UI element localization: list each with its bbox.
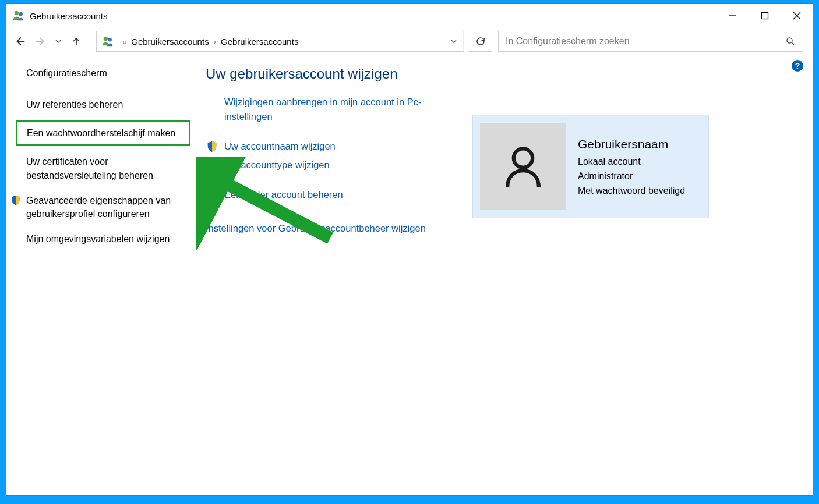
up-button[interactable]	[70, 36, 82, 47]
account-role: Administrator	[578, 169, 685, 184]
shield-icon	[206, 189, 218, 201]
account-card: Gebruikersnaam Lokaal account Administra…	[472, 115, 709, 218]
link-label: Instellingen voor Gebruikersaccountbehee…	[206, 223, 426, 233]
shield-icon	[206, 159, 218, 172]
location-icon	[101, 35, 114, 48]
minimize-button[interactable]	[716, 4, 749, 27]
account-info: Gebruikersnaam Lokaal account Administra…	[578, 135, 685, 198]
sidebar-item-certificates[interactable]: Uw certificaten voor bestandsversleuteli…	[26, 152, 187, 184]
sidebar-home-link[interactable]: Configuratiescherm	[26, 66, 187, 81]
chevron-right-icon: ›	[210, 37, 220, 46]
close-button[interactable]	[781, 4, 813, 27]
shield-icon	[206, 207, 218, 219]
address-dropdown-button[interactable]	[444, 31, 464, 51]
window-title: Gebruikersaccounts	[30, 11, 107, 21]
breadcrumb-item-1[interactable]: Gebruikersaccounts	[220, 37, 299, 47]
svg-point-0	[15, 11, 19, 15]
avatar	[480, 123, 566, 210]
svg-point-1	[19, 12, 22, 16]
svg-point-5	[787, 38, 792, 43]
refresh-button[interactable]	[469, 31, 492, 52]
sidebar-item-password-reset-disk[interactable]: Een wachtwoordherstelschijf maken	[16, 120, 190, 146]
breadcrumb-prefix: «	[119, 37, 130, 46]
svg-point-3	[104, 37, 108, 41]
search-icon[interactable]	[785, 36, 796, 47]
account-password-status: Met wachtwoord beveiligd	[578, 184, 685, 198]
sidebar-item-env-vars[interactable]: Mijn omgevingsvariabelen wijzigen	[26, 229, 187, 249]
shield-icon	[206, 140, 218, 153]
link-label: Een ander account beheren	[224, 189, 343, 200]
help-badge[interactable]: ?	[792, 60, 803, 72]
link-uac-settings[interactable]: Instellingen voor Gebruikersaccountbehee…	[206, 207, 450, 236]
link-change-account-type[interactable]: Uw accounttype wijzigen	[206, 158, 450, 172]
sidebar-item-advanced-profile[interactable]: Geavanceerde eigenschappen van gebruiker…	[26, 191, 187, 223]
link-label: Uw accountnaam wijzigen	[224, 141, 336, 151]
breadcrumb-item-0[interactable]: Gebruikersaccounts	[130, 37, 210, 47]
link-pc-settings[interactable]: Wijzigingen aanbrengen in mijn account i…	[206, 95, 450, 124]
address-bar[interactable]: « Gebruikersaccounts › Gebruikersaccount…	[96, 31, 464, 52]
link-label: Uw accounttype wijzigen	[224, 159, 330, 170]
sidebar-item-credentials[interactable]: Uw referenties beheren	[26, 95, 187, 114]
account-name: Gebruikersnaam	[578, 135, 685, 154]
user-accounts-icon	[12, 9, 25, 22]
search-input[interactable]	[504, 36, 785, 47]
svg-point-4	[108, 38, 111, 41]
forward-button[interactable]	[34, 35, 47, 48]
sidebar: Configuratiescherm Uw referenties behere…	[6, 55, 192, 495]
navigation-bar: « Gebruikersaccounts › Gebruikersaccount…	[6, 27, 813, 55]
svg-point-6	[514, 148, 532, 167]
link-manage-other-account[interactable]: Een ander account beheren	[206, 187, 450, 202]
back-button[interactable]	[13, 35, 26, 48]
window-controls	[716, 4, 813, 27]
svg-rect-2	[761, 13, 768, 19]
maximize-button[interactable]	[749, 4, 781, 27]
page-heading: Uw gebruikersaccount wijzigen	[206, 66, 802, 82]
link-change-account-name[interactable]: Uw accountnaam wijzigen	[206, 139, 450, 154]
window: Gebruikersaccounts	[6, 3, 813, 496]
titlebar: Gebruikersaccounts	[6, 4, 813, 27]
search-box[interactable]	[498, 31, 802, 52]
account-type: Lokaal account	[578, 155, 685, 169]
recent-locations-button[interactable]	[55, 38, 61, 44]
shield-icon	[10, 194, 22, 206]
